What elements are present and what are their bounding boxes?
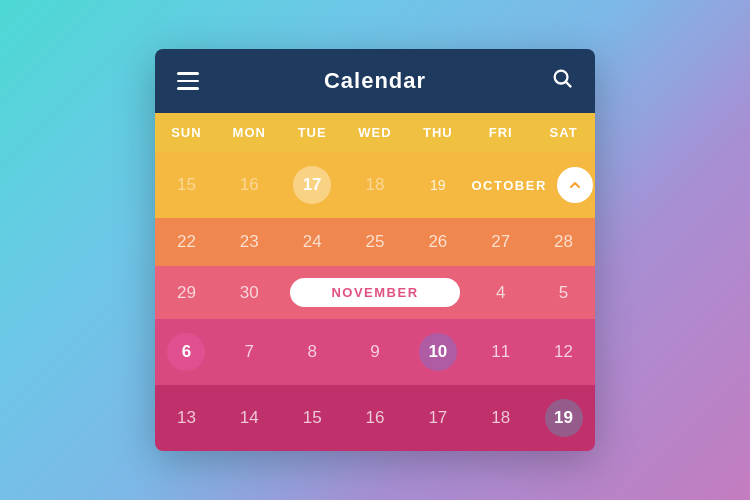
calendar-row: 29 30 NOVEMBER 4 5 (155, 266, 595, 319)
calendar-header: Calendar (155, 49, 595, 113)
date-cell[interactable]: 8 (281, 328, 344, 376)
day-mon: MON (218, 113, 281, 152)
date-cell[interactable]: 14 (218, 394, 281, 442)
calendar-row: 22 23 24 25 26 27 28 (155, 218, 595, 266)
date-cell[interactable]: 15 (155, 161, 218, 209)
date-cell-19[interactable]: 19 (406, 163, 469, 207)
date-cell[interactable]: 23 (218, 218, 281, 266)
november-label[interactable]: NOVEMBER (290, 278, 460, 307)
date-cell[interactable]: 30 (218, 269, 281, 317)
date-cell[interactable]: 27 (469, 218, 532, 266)
date-cell-selected[interactable]: 10 (406, 319, 469, 385)
october-label-cell: OCTOBER (469, 159, 595, 211)
up-arrow-button[interactable] (557, 167, 593, 203)
date-cell-selected[interactable]: 19 (532, 385, 595, 451)
date-cell[interactable]: 11 (469, 328, 532, 376)
date-cell[interactable]: 29 (155, 269, 218, 317)
calendar-widget: Calendar SUN MON TUE WED THU FRI SAT 15 … (155, 49, 595, 451)
calendar-row: 15 16 17 18 19 OCTOBER (155, 152, 595, 218)
date-cell-selected[interactable]: 17 (281, 152, 344, 218)
svg-point-0 (555, 71, 568, 84)
date-cell[interactable]: 26 (406, 218, 469, 266)
date-cell[interactable]: 4 (469, 269, 532, 317)
search-icon[interactable] (551, 67, 573, 95)
date-cell[interactable]: 16 (344, 394, 407, 442)
calendar-row: 13 14 15 16 17 18 19 (155, 385, 595, 451)
date-cell[interactable]: 12 (532, 328, 595, 376)
date-cell[interactable]: 22 (155, 218, 218, 266)
svg-line-1 (566, 82, 571, 87)
date-cell[interactable]: 25 (344, 218, 407, 266)
day-wed: WED (344, 113, 407, 152)
date-cell[interactable]: 15 (281, 394, 344, 442)
day-sun: SUN (155, 113, 218, 152)
calendar-title: Calendar (324, 68, 426, 94)
calendar-row: 6 7 8 9 10 11 12 (155, 319, 595, 385)
date-cell[interactable]: 9 (344, 328, 407, 376)
day-tue: TUE (281, 113, 344, 152)
date-cell[interactable]: 18 (344, 161, 407, 209)
date-cell[interactable]: 17 (406, 394, 469, 442)
date-cell[interactable]: 13 (155, 394, 218, 442)
date-cell-selected[interactable]: 6 (155, 319, 218, 385)
date-cell[interactable]: 28 (532, 218, 595, 266)
date-cell[interactable]: 24 (281, 218, 344, 266)
days-header: SUN MON TUE WED THU FRI SAT (155, 113, 595, 152)
day-sat: SAT (532, 113, 595, 152)
menu-icon[interactable] (177, 72, 199, 90)
october-text: OCTOBER (472, 178, 547, 193)
date-cell[interactable]: 7 (218, 328, 281, 376)
day-fri: FRI (469, 113, 532, 152)
date-cell[interactable]: 5 (532, 269, 595, 317)
day-thu: THU (406, 113, 469, 152)
date-cell[interactable]: 18 (469, 394, 532, 442)
calendar-body: 15 16 17 18 19 OCTOBER 22 2 (155, 152, 595, 451)
november-pill-container: NOVEMBER (281, 266, 470, 319)
date-cell[interactable]: 16 (218, 161, 281, 209)
